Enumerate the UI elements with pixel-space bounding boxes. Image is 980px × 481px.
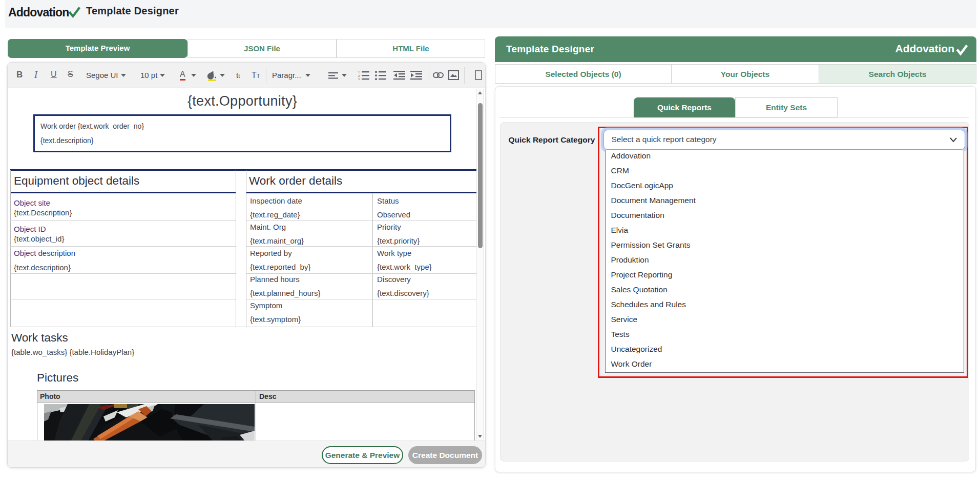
svg-text:3: 3 [358,78,360,81]
svg-text:2: 2 [358,74,360,77]
svg-text:1: 1 [358,71,360,74]
